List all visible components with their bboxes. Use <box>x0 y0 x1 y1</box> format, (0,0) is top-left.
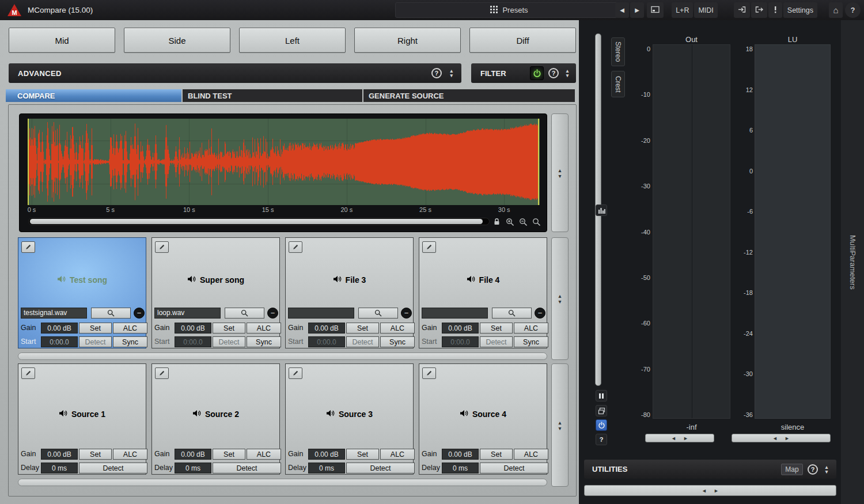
waveform-scrollbar-thumb[interactable] <box>30 219 483 224</box>
meter-help-button[interactable]: ? <box>596 434 607 445</box>
sync-button[interactable]: Sync <box>247 336 281 347</box>
filter-panel-header[interactable]: FILTER ? ▴▾ <box>471 63 576 83</box>
alc-button[interactable]: ALC <box>113 449 147 460</box>
edit-name-button[interactable] <box>155 367 169 379</box>
channel-side-button[interactable]: Side <box>124 28 230 53</box>
alc-button[interactable]: ALC <box>247 323 281 334</box>
browse-file-button[interactable] <box>225 308 264 319</box>
gain-value-field[interactable]: 0.00 dB <box>308 449 345 460</box>
source-slot[interactable]: Source 3 Gain 0.00 dB Set ALC Delay 0 ms… <box>285 363 414 475</box>
popup-window-button[interactable] <box>596 405 607 416</box>
alc-button[interactable]: ALC <box>380 449 415 460</box>
gain-value-field[interactable]: 0.00 dB <box>442 449 479 460</box>
settings-button[interactable]: Settings <box>783 2 817 18</box>
set-button[interactable]: Set <box>346 323 379 334</box>
comparison-slot[interactable]: Super song loop.wav − Gain 0.00 dB Set A… <box>151 237 280 348</box>
browse-file-button[interactable] <box>358 308 398 319</box>
source-row-scrollbar[interactable] <box>18 479 547 486</box>
out-meter-range-slider[interactable]: ◄► <box>645 434 714 442</box>
detect-button[interactable]: Detect <box>213 463 281 473</box>
zoom-fit-icon[interactable] <box>532 217 541 226</box>
browse-file-button[interactable] <box>91 308 131 319</box>
gain-value-field[interactable]: 0.00 dB <box>41 323 78 334</box>
melda-logo[interactable]: M <box>7 3 22 17</box>
waveform-panel-resizer[interactable]: ▴▾ <box>551 113 569 232</box>
set-button[interactable]: Set <box>79 449 112 460</box>
source-slot[interactable]: Source 2 Gain 0.00 dB Set ALC Delay 0 ms… <box>151 363 280 475</box>
detect-button[interactable]: Detect <box>480 463 548 473</box>
source-row-resizer[interactable]: ▴▾ <box>551 363 569 487</box>
detect-button[interactable]: Detect <box>480 336 513 347</box>
snapshot-button[interactable] <box>647 2 664 18</box>
limiter-button[interactable] <box>768 2 782 18</box>
tab-blind-test[interactable]: BLIND TEST <box>183 89 362 102</box>
detect-button[interactable]: Detect <box>346 463 415 473</box>
help-button[interactable]: ? <box>845 2 861 18</box>
lu-meter-range-slider[interactable]: ◄► <box>732 434 831 442</box>
filter-power-button[interactable] <box>530 66 544 80</box>
edit-name-button[interactable] <box>21 241 35 253</box>
remove-file-button[interactable]: − <box>535 308 545 319</box>
help-button[interactable]: ? <box>808 464 818 475</box>
sync-button[interactable]: Sync <box>514 336 548 347</box>
channel-right-button[interactable]: Right <box>354 28 461 53</box>
out-meter[interactable] <box>653 44 730 419</box>
filename-field[interactable] <box>422 308 488 319</box>
set-button[interactable]: Set <box>213 323 245 334</box>
waveform-scrollbar-track[interactable] <box>28 218 490 225</box>
sync-button[interactable]: Sync <box>380 336 415 347</box>
detect-button[interactable]: Detect <box>213 336 245 347</box>
start-value-field[interactable]: 0:00.0 <box>41 336 78 347</box>
gain-value-field[interactable]: 0.00 dB <box>41 449 78 460</box>
panel-collapse-spinner[interactable]: ▴▾ <box>563 69 571 78</box>
edit-name-button[interactable] <box>155 241 169 253</box>
delay-value-field[interactable]: 0 ms <box>308 463 345 473</box>
browse-file-button[interactable] <box>492 308 532 319</box>
meter-pause-button[interactable] <box>596 390 607 401</box>
alc-button[interactable]: ALC <box>514 449 548 460</box>
presets-button[interactable]: Presets <box>395 2 623 18</box>
export-button[interactable] <box>751 2 767 18</box>
source-slot[interactable]: Source 1 Gain 0.00 dB Set ALC Delay 0 ms… <box>18 363 146 475</box>
gain-value-field[interactable]: 0.00 dB <box>442 323 479 334</box>
home-button[interactable]: ⌂ <box>829 2 843 18</box>
import-button[interactable] <box>734 2 750 18</box>
lu-meter[interactable] <box>755 44 831 419</box>
filename-field[interactable]: testsignal.wav <box>21 308 87 319</box>
panel-collapse-spinner[interactable]: ▴▾ <box>448 69 456 78</box>
previous-preset-button[interactable]: ◀ <box>615 2 629 18</box>
panel-bottom-scrollbar[interactable]: ◄► <box>584 485 836 496</box>
edit-name-button[interactable] <box>21 367 35 379</box>
gain-value-field[interactable]: 0.00 dB <box>175 449 211 460</box>
gain-value-field[interactable]: 0.00 dB <box>308 323 345 334</box>
detect-button[interactable]: Detect <box>79 336 112 347</box>
zoom-in-icon[interactable] <box>505 217 514 226</box>
gain-value-field[interactable]: 0.00 dB <box>175 323 211 334</box>
channel-diff-button[interactable]: Diff <box>469 28 576 53</box>
map-button[interactable]: Map <box>781 464 803 475</box>
meter-power-button[interactable] <box>596 419 607 431</box>
utilities-panel-header[interactable]: UTILITIES Map ? ▴▾ <box>584 460 836 479</box>
start-value-field[interactable]: 0:00.0 <box>175 336 211 347</box>
edit-name-button[interactable] <box>289 367 302 379</box>
channel-mid-button[interactable]: Mid <box>9 28 115 53</box>
delay-value-field[interactable]: 0 ms <box>175 463 211 473</box>
delay-value-field[interactable]: 0 ms <box>442 463 479 473</box>
next-preset-button[interactable]: ▶ <box>630 2 644 18</box>
channel-mode-button[interactable]: L+R <box>672 2 693 18</box>
slot-row-resizer[interactable]: ▴▾ <box>551 237 569 360</box>
alc-button[interactable]: ALC <box>380 323 415 334</box>
help-button[interactable]: ? <box>431 68 442 78</box>
sync-button[interactable]: Sync <box>113 336 147 347</box>
crest-mode-button[interactable]: Crest <box>611 71 625 97</box>
edit-name-button[interactable] <box>422 367 436 379</box>
midi-button[interactable]: MIDI <box>694 2 717 18</box>
filename-field[interactable] <box>288 308 354 319</box>
start-value-field[interactable]: 0:00.0 <box>442 336 479 347</box>
delay-value-field[interactable]: 0 ms <box>41 463 78 473</box>
alc-button[interactable]: ALC <box>514 323 548 334</box>
set-button[interactable]: Set <box>346 449 379 460</box>
filename-field[interactable]: loop.wav <box>154 308 221 319</box>
help-button[interactable]: ? <box>548 68 559 78</box>
slot-row-scrollbar[interactable] <box>18 353 547 360</box>
